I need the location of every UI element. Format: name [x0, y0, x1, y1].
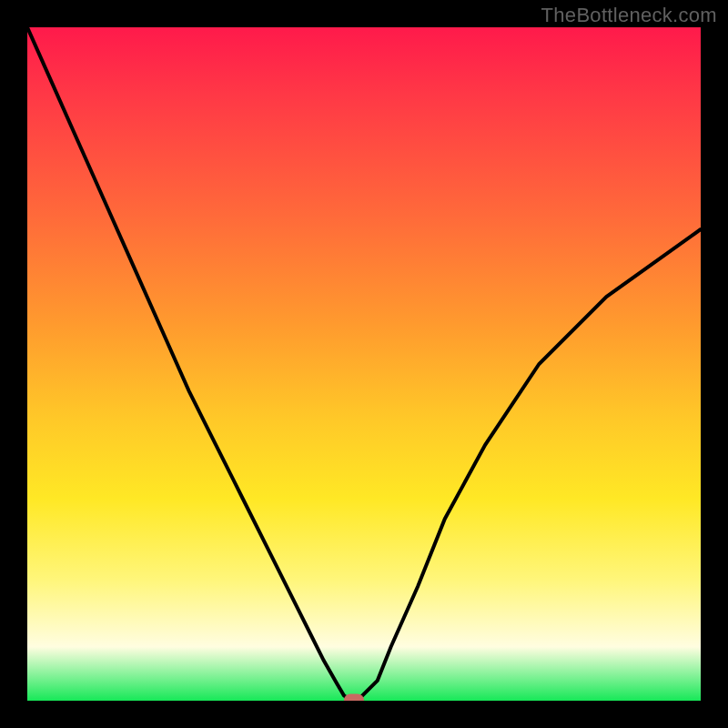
bottleneck-curve-path [27, 27, 701, 701]
curve-svg [27, 27, 701, 701]
plot-area [27, 27, 701, 701]
watermark-text: TheBottleneck.com [541, 4, 717, 27]
chart-frame: TheBottleneck.com [0, 0, 728, 728]
minimum-marker [344, 694, 364, 702]
